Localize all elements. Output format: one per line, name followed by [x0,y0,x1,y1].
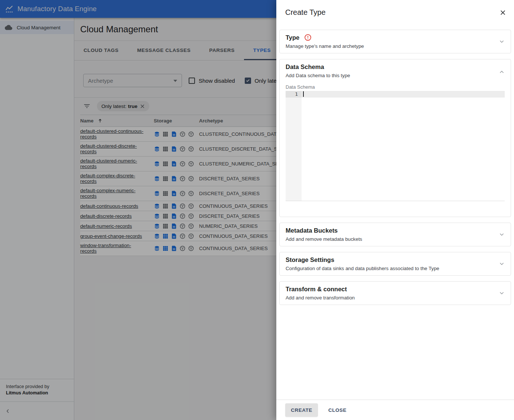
close-icon [499,9,507,16]
drawer-title: Create Type [285,8,326,16]
section-type[interactable]: Type Manage type's name and archetype [279,30,511,53]
section-data-schema: Data Schema Add Data schema to this type… [279,59,511,217]
error-outline-icon [304,34,312,41]
expand-section-button[interactable] [497,289,506,298]
section-storage-settings[interactable]: Storage Settings Configuration of data s… [279,252,511,276]
chevron-down-icon [498,231,505,238]
close-drawer-button[interactable] [498,8,508,17]
expand-section-button[interactable] [497,259,506,268]
create-type-drawer: Create Type Type Manage type's name and … [276,0,514,420]
drawer-footer: CREATE CLOSE [276,400,514,420]
expand-section-button[interactable] [497,37,506,46]
editor-text-cursor [303,91,304,97]
chevron-down-icon [498,38,505,45]
section-metadata-buckets-title: Metadata Buckets [286,227,338,234]
section-transform-connect-title: Transform & connect [286,285,347,293]
create-button[interactable]: CREATE [285,403,318,417]
expand-section-button[interactable] [497,230,506,239]
data-schema-field-label: Data Schema [286,84,505,90]
close-button[interactable]: CLOSE [322,403,352,417]
section-transform-connect[interactable]: Transform & connect Add and remove trans… [279,281,511,305]
editor-line-number: 1 [286,91,302,98]
editor-active-line [286,91,505,98]
data-schema-editor[interactable]: 1 [286,91,505,201]
section-data-schema-subtitle: Add Data schema to this type [286,72,505,79]
section-metadata-buckets-subtitle: Add and remove metadata buckets [286,236,505,242]
section-metadata-buckets[interactable]: Metadata Buckets Add and remove metadata… [279,223,511,246]
drawer-sections: Type Manage type's name and archetype Da… [276,30,514,305]
section-type-title: Type [286,34,299,41]
section-storage-settings-subtitle: Configuration of data sinks and data pub… [286,265,505,272]
chevron-down-icon [498,260,505,267]
app-root: Manufactory Data Engine Cloud Management… [0,0,514,420]
section-data-schema-title: Data Schema [286,63,324,70]
drawer-header: Create Type [276,0,514,30]
editor-gutter [286,91,302,201]
chevron-up-icon [498,69,505,75]
section-type-subtitle: Manage type's name and archetype [286,43,505,49]
section-transform-connect-subtitle: Add and remove transformation [286,295,505,301]
chevron-down-icon [498,290,505,296]
collapse-section-button[interactable] [497,68,506,76]
section-storage-settings-title: Storage Settings [286,256,334,263]
